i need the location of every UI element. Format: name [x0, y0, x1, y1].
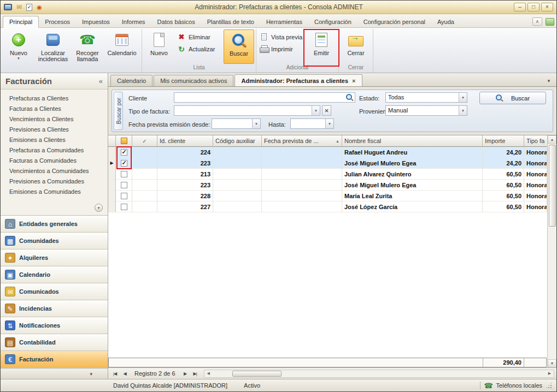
row-checkbox[interactable] [121, 149, 127, 156]
minimize-button[interactable]: – [514, 3, 526, 11]
recoger-llamada-button[interactable]: ☎ Recoger llamada [72, 29, 103, 64]
ribbon-tab-informes[interactable]: Informes [116, 16, 151, 27]
column-header-nombre-fiscal[interactable]: Nombre fiscal [342, 135, 483, 147]
scroll-down-icon[interactable]: ▼ [548, 359, 556, 367]
column-header-importe[interactable]: Importe [483, 135, 524, 147]
select-all-checkbox-cell[interactable] [116, 135, 132, 147]
nuevo-menu-button[interactable]: + Nuevo ▼ [3, 29, 34, 64]
imprimir-button[interactable]: Imprimir [258, 45, 305, 53]
row-checkbox[interactable] [121, 182, 127, 188]
scroll-up-icon[interactable]: ▲ [548, 135, 556, 144]
chevron-down-icon[interactable]: ▼ [459, 106, 467, 115]
row-checkbox[interactable] [121, 204, 127, 210]
table-row-3[interactable]: 213Julian Alvarez Quintero60,50Honora [108, 169, 547, 180]
phones-label[interactable]: Teléfonos locales [496, 382, 542, 389]
cliente-input-field[interactable] [174, 93, 346, 102]
prev-record-button[interactable]: ◀ [120, 369, 129, 378]
close-button[interactable]: × [541, 3, 553, 11]
table-row-1[interactable]: 224Rafael Huguet Andreu24,20Honora [108, 147, 547, 158]
scroll-down-circle-icon[interactable]: ▾ [95, 204, 103, 212]
collapse-sidebar-icon[interactable]: « [99, 77, 103, 85]
actualizar-button[interactable]: ↻ Actualizar [175, 45, 222, 54]
chevron-down-icon[interactable]: ▼ [325, 119, 333, 128]
cliente-input[interactable] [174, 92, 355, 103]
row-checkbox-cell[interactable] [116, 180, 132, 191]
sidebar-item-prefacturas-a-comunidades[interactable]: Prefacturas a Comunidades [1, 145, 108, 156]
estado-select[interactable]: Todas ▼ [385, 92, 467, 103]
sidebar-item-prefacturas-a-clientes[interactable]: Prefacturas a Clientes [1, 93, 108, 104]
row-checkbox-cell[interactable] [116, 201, 132, 212]
row-checkbox-cell[interactable] [116, 169, 132, 180]
horizontal-scrollbar[interactable]: ◀ ▶ [204, 370, 554, 378]
vscroll-thumb[interactable] [549, 145, 556, 227]
sidebar-section-facturacion[interactable]: €Facturación [1, 351, 108, 368]
select-all-checkbox[interactable] [121, 138, 127, 144]
tab-calendario[interactable]: Calendario [110, 75, 153, 86]
table-row-6[interactable]: 227José López García60,50Honora [108, 201, 547, 212]
localizar-incidencias-button[interactable]: Localizar incidencias [35, 29, 71, 64]
sidebar-item-emisiones-a-clientes[interactable]: Emisiones a Clientes [1, 135, 108, 145]
tab-list-dropdown-icon[interactable]: ▼ [547, 79, 554, 86]
record-icon[interactable]: ◉ [35, 3, 44, 11]
maximize-button[interactable]: □ [527, 3, 540, 11]
table-row-5[interactable]: 228Maria Leal Zurita60,50Honora [108, 191, 547, 201]
row-checkbox-cell[interactable] [116, 191, 132, 201]
row-checkbox[interactable] [121, 171, 127, 177]
buscar-filter-button[interactable]: Buscar [479, 92, 546, 104]
sidebar-section-calendario[interactable]: ▣Calendario [1, 266, 108, 283]
next-record-button[interactable]: ▶ [181, 369, 190, 378]
ribbon-tab-procesos[interactable]: Procesos [39, 16, 76, 27]
sidebar-section-contabilidad[interactable]: ▤Contabilidad [1, 334, 108, 351]
first-record-button[interactable]: |◀ [110, 369, 119, 378]
column-header-fecha-prevista-de[interactable]: Fecha prevista de ...▲ [262, 135, 342, 147]
eliminar-button[interactable]: ✖ Eliminar [175, 33, 222, 41]
cliente-search-icon[interactable] [346, 94, 354, 102]
mail-icon[interactable]: ✉ [15, 3, 24, 11]
sidebar-section-entidades-generales[interactable]: ⌂Entidades generales [1, 216, 108, 233]
calendario-button[interactable]: Calendario [104, 29, 140, 64]
tab-administrador-prefacturas-a-clientes[interactable]: Administrador: Prefacturas a clientes× [234, 74, 362, 86]
row-checkbox-cell[interactable] [116, 158, 132, 169]
sidebar-section-incidencias[interactable]: ✎Incidencias [1, 300, 108, 317]
ribbon-tab-datos-basicos[interactable]: Datos básicos [151, 16, 201, 27]
ribbon-tab-principal[interactable]: Principal [3, 16, 39, 28]
resize-grip[interactable] [546, 382, 552, 389]
console-icon[interactable] [4, 4, 12, 10]
row-checkbox[interactable] [121, 160, 127, 167]
table-row-2[interactable]: ▶223José Miguel Mulero Egea24,20Honora [108, 158, 547, 169]
tasks-icon[interactable]: ✓ [26, 4, 32, 11]
hasta-select[interactable]: ▼ [290, 118, 334, 129]
ribbon-tab-ayuda[interactable]: Ayuda [431, 16, 460, 27]
row-checkbox-cell[interactable] [116, 147, 132, 158]
configure-buttons-icon[interactable]: ▾ [90, 371, 92, 377]
sidebar-section-alquileres[interactable]: ✦Alquileres [1, 250, 108, 266]
column-header-codigo-auxiliar[interactable]: Código auxiliar [213, 135, 262, 147]
ribbon-tab-plantillas-de-texto[interactable]: Plantillas de texto [201, 16, 260, 27]
scroll-right-icon[interactable]: ▶ [546, 371, 554, 376]
sidebar-section-notificaciones[interactable]: ⇅Notificaciones [1, 317, 108, 334]
sidebar-item-previsiones-a-comunidades[interactable]: Previsiones a Comunidades [1, 176, 108, 187]
nuevo-button[interactable]: Nuevo [144, 29, 174, 64]
hscroll-thumb[interactable] [232, 371, 282, 377]
sidebar-item-previsiones-a-clientes[interactable]: Previsiones a Clientes [1, 124, 108, 135]
proveniente-select[interactable]: Manual ▼ [385, 105, 467, 116]
sidebar-item-emisiones-a-comunidades[interactable]: Emisiones a Comunidades [1, 187, 108, 197]
table-row-4[interactable]: 223José Miguel Mulero Egea60,50Honora [108, 180, 547, 191]
sidebar-item-facturas-a-comunidades[interactable]: Facturas a Comunidades [1, 156, 108, 166]
vertical-scrollbar[interactable]: ▲ ▼ [547, 135, 556, 367]
chevron-down-icon[interactable]: ▼ [459, 93, 467, 102]
tab-mis-comunicados-activos[interactable]: Mis comunicados activos [154, 75, 233, 86]
close-tab-icon[interactable]: × [352, 78, 355, 84]
cerrar-button[interactable]: Cerrar [341, 29, 371, 64]
row-checkbox[interactable] [121, 193, 127, 199]
sidebar-section-comunicados[interactable]: ✉Comunicados [1, 283, 108, 300]
ribbon-tab-configuracion[interactable]: Configuración [308, 16, 357, 27]
sidebar-section-comunidades[interactable]: ▦Comunidades [1, 233, 108, 250]
column-header-id-cliente[interactable]: Id. cliente [157, 135, 213, 147]
collapse-ribbon-icon[interactable]: ∧ [532, 17, 542, 26]
sidebar-item-vencimientos-a-comunidades[interactable]: Vencimientos a Comunidades [1, 166, 108, 176]
ribbon-tab-herramientas[interactable]: Herramientas [260, 16, 308, 27]
vista-previa-button[interactable]: Vista previa [258, 33, 305, 41]
chevron-down-icon[interactable]: ▼ [312, 106, 320, 115]
clear-tipo-factura-icon[interactable]: ✕ [322, 105, 331, 116]
